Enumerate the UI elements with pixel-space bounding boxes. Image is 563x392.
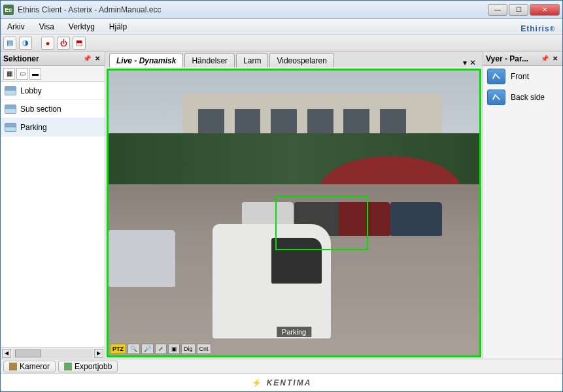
sections-toolbar: ▦ ▭ ▬ bbox=[1, 66, 105, 82]
bolt-icon: ⚡ bbox=[252, 378, 263, 387]
ptz-button[interactable]: PTZ bbox=[110, 344, 126, 354]
section-icon bbox=[5, 105, 16, 114]
tab-live[interactable]: Live - Dynamisk bbox=[109, 53, 183, 67]
panel-close-icon[interactable]: ✕ bbox=[551, 54, 560, 63]
close-button[interactable]: ✕ bbox=[530, 4, 560, 16]
cnt-button[interactable]: Cnt bbox=[197, 344, 211, 354]
view-item-backside[interactable]: Back side bbox=[483, 87, 562, 108]
brand-logo: Ethiris® bbox=[520, 21, 555, 37]
minimize-button[interactable]: — bbox=[488, 4, 507, 16]
scroll-left-icon[interactable]: ◀ bbox=[2, 349, 11, 358]
dig-button[interactable]: Dig bbox=[181, 344, 196, 354]
menu-arkiv[interactable]: Arkiv bbox=[5, 21, 27, 33]
tab-videospelaren[interactable]: Videospelaren bbox=[269, 53, 334, 67]
scroll-thumb[interactable] bbox=[15, 350, 41, 357]
maximize-button[interactable]: ☐ bbox=[509, 4, 528, 16]
bottom-tab-bar: Kameror Exportjobb bbox=[1, 359, 562, 373]
views-panel-header: Vyer - Par... 📌 ✕ bbox=[483, 52, 562, 66]
window-titlebar: Ec Ethiris Client - Asterix - AdminManua… bbox=[1, 1, 562, 19]
viewer-tabs: Live - Dynamisk Händelser Larm Videospel… bbox=[105, 52, 483, 67]
section-item-lobby[interactable]: Lobby bbox=[1, 82, 105, 100]
section-tool-3[interactable]: ▬ bbox=[29, 68, 41, 80]
ptz-center-button[interactable]: ▣ bbox=[168, 344, 180, 354]
center-area: Live - Dynamisk Händelser Larm Videospel… bbox=[105, 52, 483, 359]
toolbar-btn-5[interactable]: ⬒ bbox=[73, 37, 86, 50]
zoom-out-button[interactable]: 🔎 bbox=[141, 344, 154, 354]
pin-icon[interactable]: 📌 bbox=[82, 54, 92, 63]
section-label: Lobby bbox=[20, 86, 42, 95]
views-panel: Vyer - Par... 📌 ✕ Front Back side bbox=[483, 52, 562, 359]
view-label: Back side bbox=[511, 93, 545, 102]
record-button[interactable]: ● bbox=[41, 37, 54, 50]
tab-menu-icon[interactable]: ▾ bbox=[463, 58, 467, 67]
app-icon: Ec bbox=[3, 5, 14, 15]
zoom-in-button[interactable]: 🔍 bbox=[128, 344, 140, 354]
toolbar-btn-2[interactable]: ◑ bbox=[19, 37, 32, 50]
tab-close-icon[interactable]: ✕ bbox=[469, 58, 476, 67]
pin-icon[interactable]: 📌 bbox=[540, 54, 549, 63]
tab-larm[interactable]: Larm bbox=[236, 53, 268, 67]
panel-close-icon[interactable]: ✕ bbox=[93, 54, 102, 63]
section-tool-2[interactable]: ▭ bbox=[16, 68, 28, 80]
view-label: Front bbox=[511, 72, 529, 81]
main-toolbar: ▤ ◑ ● ⏻ ⬒ bbox=[1, 35, 562, 52]
section-item-sub[interactable]: Sub section bbox=[1, 100, 105, 118]
sections-list: Lobby Sub section Parking bbox=[1, 82, 105, 347]
detection-rectangle bbox=[275, 196, 368, 250]
views-title: Vyer - Par... bbox=[486, 54, 528, 63]
menu-hjalp[interactable]: Hjälp bbox=[107, 21, 129, 33]
tab-handelser[interactable]: Händelser bbox=[184, 53, 235, 67]
sections-title: Sektioner bbox=[3, 54, 39, 63]
view-item-front[interactable]: Front bbox=[483, 66, 562, 87]
toolbar-btn-1[interactable]: ▤ bbox=[3, 37, 16, 50]
footer-brand: ⚡ KENTIMA bbox=[1, 373, 562, 391]
menu-visa[interactable]: Visa bbox=[37, 21, 57, 33]
sections-panel-header: Sektioner 📌 ✕ bbox=[1, 52, 105, 66]
section-icon bbox=[5, 86, 16, 95]
ptz-expand-button[interactable]: ⤢ bbox=[155, 344, 167, 354]
sections-panel: Sektioner 📌 ✕ ▦ ▭ ▬ Lobby Sub section Pa… bbox=[1, 52, 105, 359]
menu-bar: Arkiv Visa Verktyg Hjälp bbox=[1, 19, 562, 35]
section-item-parking[interactable]: Parking bbox=[1, 118, 105, 137]
camera-icon bbox=[9, 363, 17, 370]
exportjobb-tab[interactable]: Exportjobb bbox=[58, 361, 118, 372]
section-icon bbox=[5, 123, 16, 132]
kameror-tab[interactable]: Kameror bbox=[3, 361, 56, 372]
view-icon bbox=[487, 69, 505, 84]
menu-verktyg[interactable]: Verktyg bbox=[66, 21, 97, 33]
view-icon bbox=[487, 90, 505, 105]
section-label: Sub section bbox=[20, 105, 61, 114]
ptz-toolbar: PTZ 🔍 🔎 ⤢ ▣ Dig Cnt bbox=[109, 342, 213, 355]
company-name: KENTIMA bbox=[267, 378, 312, 387]
section-tool-1[interactable]: ▦ bbox=[3, 68, 15, 80]
export-icon bbox=[64, 363, 72, 370]
sections-hscroll[interactable]: ◀ ▶ bbox=[1, 347, 105, 359]
camera-label: Parking bbox=[277, 327, 311, 337]
scroll-right-icon[interactable]: ▶ bbox=[94, 349, 103, 358]
camera-viewer[interactable]: Parking PTZ 🔍 🔎 ⤢ ▣ Dig Cnt bbox=[107, 69, 481, 357]
power-button[interactable]: ⏻ bbox=[57, 37, 70, 50]
window-title: Ethiris Client - Asterix - AdminManual.e… bbox=[18, 5, 488, 14]
section-label: Parking bbox=[20, 123, 47, 132]
